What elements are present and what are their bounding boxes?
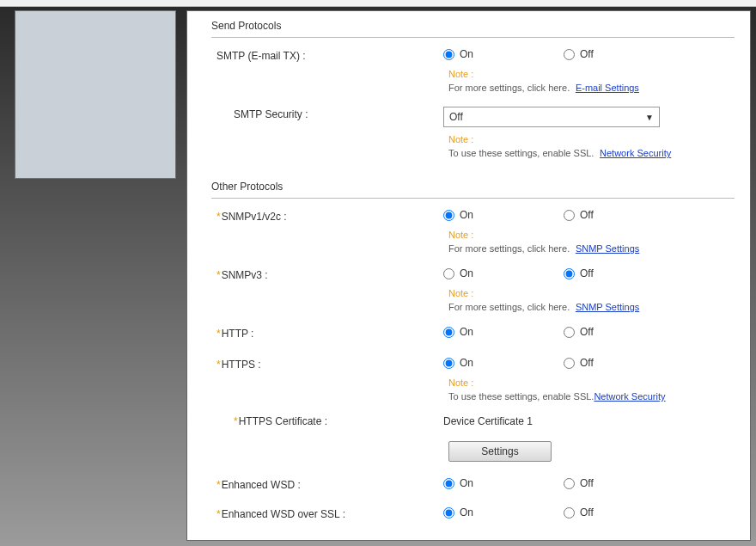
snmpv3-off-radio[interactable] — [564, 268, 575, 279]
note-smtp-security: Note : To use these settings, enable SSL… — [211, 132, 735, 160]
note-title: Note : — [448, 132, 735, 146]
link-network-security[interactable]: Network Security — [600, 148, 671, 158]
ewsd-on-text: On — [460, 477, 473, 489]
http-on-radio[interactable] — [443, 327, 454, 338]
http-on-text: On — [460, 326, 473, 338]
note-title: Note : — [448, 286, 735, 300]
snmpv1-off-option[interactable]: Off — [564, 209, 684, 221]
work-area: Send Protocols SMTP (E-mail TX) : On Off — [0, 7, 756, 546]
row-https: * HTTPS : On Off — [211, 357, 735, 371]
section-header-send: Send Protocols — [211, 11, 735, 38]
smtp-security-value: Off — [449, 111, 463, 123]
label-https-cert: * HTTPS Certificate : — [211, 415, 443, 427]
snmpv1-on-radio[interactable] — [443, 210, 454, 221]
https-on-text: On — [460, 357, 473, 369]
link-snmp-settings[interactable]: SNMP Settings — [576, 243, 639, 254]
ewsd-ssl-off-option[interactable]: Off — [564, 506, 684, 518]
snmpv1-off-radio[interactable] — [564, 210, 575, 221]
note-more-settings: For more settings, click here. — [448, 83, 570, 93]
smtp-on-option[interactable]: On — [443, 48, 564, 60]
snmpv3-on-option[interactable]: On — [443, 267, 564, 279]
required-star: * — [216, 479, 221, 491]
note-title: Note : — [448, 228, 735, 242]
http-off-text: Off — [580, 326, 594, 338]
required-star: * — [216, 269, 221, 281]
row-smtp: SMTP (E-mail TX) : On Off — [211, 48, 735, 62]
snmpv3-off-text: Off — [580, 267, 594, 279]
smtp-off-radio[interactable] — [564, 49, 575, 60]
note-title: Note : — [448, 67, 735, 81]
smtp-on-text: On — [460, 48, 473, 60]
note-more-settings: For more settings, click here. — [448, 243, 570, 254]
ewsd-ssl-off-radio[interactable] — [564, 507, 575, 518]
label-http-text: HTTP : — [222, 328, 254, 340]
content-frame: Send Protocols SMTP (E-mail TX) : On Off — [186, 10, 751, 541]
label-snmpv3: * SNMPv3 : — [211, 267, 443, 281]
row-ewsd-ssl: * Enhanced WSD over SSL : On Off — [211, 506, 735, 520]
label-snmpv3-text: SNMPv3 : — [222, 269, 268, 281]
ewsd-ssl-off-text: Off — [580, 506, 594, 518]
ewsd-off-option[interactable]: Off — [564, 477, 684, 489]
required-star: * — [216, 359, 221, 371]
https-off-radio[interactable] — [564, 358, 575, 369]
https-on-radio[interactable] — [443, 358, 454, 369]
row-http: * HTTP : On Off — [211, 326, 735, 340]
snmpv1-on-option[interactable]: On — [443, 209, 564, 221]
smtp-on-radio[interactable] — [443, 49, 454, 60]
note-more-settings: For more settings, click here. — [448, 302, 570, 312]
label-smtp: SMTP (E-mail TX) : — [211, 48, 443, 62]
snmpv1-on-text: On — [460, 209, 473, 221]
smtp-security-select[interactable]: Off ▼ — [443, 107, 660, 127]
snmpv3-off-option[interactable]: Off — [564, 267, 684, 279]
note-title: Note : — [448, 376, 735, 390]
row-snmpv1: * SNMPv1/v2c : On Off — [211, 209, 735, 223]
label-snmpv1-text: SNMPv1/v2c : — [222, 211, 287, 223]
snmpv1-off-text: Off — [580, 209, 594, 221]
link-network-security[interactable]: Network Security — [594, 391, 665, 402]
https-cert-settings-button[interactable]: Settings — [448, 441, 552, 462]
note-enable-ssl: To use these settings, enable SSL. — [448, 148, 594, 158]
app-window: Send Protocols SMTP (E-mail TX) : On Off — [0, 0, 756, 546]
https-off-option[interactable]: Off — [564, 357, 684, 369]
http-off-radio[interactable] — [564, 327, 575, 338]
https-on-option[interactable]: On — [443, 357, 564, 369]
content-scroll[interactable]: Send Protocols SMTP (E-mail TX) : On Off — [187, 11, 750, 540]
https-cert-value: Device Certificate 1 — [443, 415, 533, 427]
snmpv3-on-text: On — [460, 267, 473, 279]
ewsd-off-radio[interactable] — [564, 478, 575, 489]
label-http: * HTTP : — [211, 326, 443, 340]
smtp-off-option[interactable]: Off — [564, 48, 684, 60]
required-star: * — [216, 211, 221, 223]
ewsd-on-radio[interactable] — [443, 478, 454, 489]
label-ewsd-ssl: * Enhanced WSD over SSL : — [211, 506, 443, 520]
required-star: * — [234, 415, 238, 427]
note-snmpv1: Note : For more settings, click here. SN… — [211, 228, 735, 255]
label-smtp-security-text: SMTP Security : — [234, 108, 308, 120]
smtp-off-text: Off — [580, 48, 594, 60]
row-smtp-security: SMTP Security : Off ▼ — [211, 107, 735, 127]
required-star: * — [216, 328, 221, 340]
note-enable-ssl: To use these settings, enable SSL. — [448, 391, 594, 402]
snmpv3-on-radio[interactable] — [443, 268, 454, 279]
label-ewsd-ssl-text: Enhanced WSD over SSL : — [222, 508, 345, 520]
sidebar-column — [5, 7, 186, 541]
ewsd-ssl-on-option[interactable]: On — [443, 506, 564, 518]
note-smtp: Note : For more settings, click here. E-… — [211, 67, 735, 95]
label-https-cert-text: HTTPS Certificate : — [239, 415, 327, 427]
label-ewsd-text: Enhanced WSD : — [222, 479, 301, 491]
link-email-settings[interactable]: E-mail Settings — [576, 83, 639, 93]
note-snmpv3: Note : For more settings, click here. SN… — [211, 286, 735, 314]
row-snmpv3: * SNMPv3 : On Off — [211, 267, 735, 281]
ewsd-on-option[interactable]: On — [443, 477, 564, 489]
http-on-option[interactable]: On — [443, 326, 564, 338]
https-off-text: Off — [580, 357, 594, 369]
http-off-option[interactable]: Off — [564, 326, 684, 338]
chevron-down-icon: ▼ — [645, 113, 654, 122]
row-https-cert: * HTTPS Certificate : Device Certificate… — [211, 415, 735, 427]
ewsd-ssl-on-radio[interactable] — [443, 507, 454, 518]
section-header-other: Other Protocols — [211, 172, 735, 199]
link-snmp-settings[interactable]: SNMP Settings — [576, 302, 639, 312]
label-https-text: HTTPS : — [222, 359, 261, 371]
label-snmpv1: * SNMPv1/v2c : — [211, 209, 443, 223]
sidebar-preview-box — [15, 10, 176, 179]
